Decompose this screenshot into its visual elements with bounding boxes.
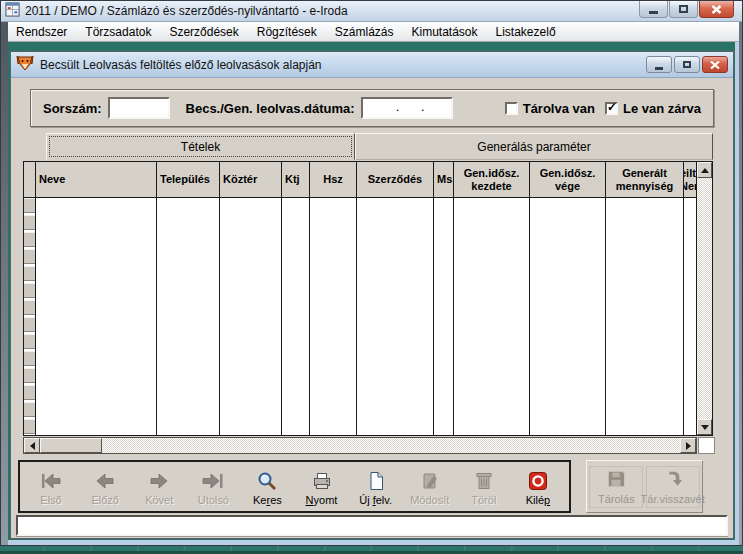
vfp-fox-icon (16, 55, 34, 75)
previous-record-icon (93, 468, 117, 494)
form-title: Becsült Leolvasás feltöltés előző leolva… (40, 58, 322, 72)
record-selector-column[interactable] (24, 198, 36, 435)
maximize-button[interactable] (669, 1, 698, 18)
scroll-right-button[interactable] (680, 438, 696, 453)
window-frame-left (1, 22, 8, 545)
form-restore-button[interactable] (674, 56, 700, 73)
minimize-icon (649, 11, 658, 14)
print-icon (311, 468, 333, 494)
last-record-icon (201, 468, 225, 494)
sorszam-label: Sorszám: (43, 101, 102, 116)
new-document-icon (365, 468, 387, 494)
col-header-telepules[interactable]: Település (157, 162, 220, 197)
delete-button[interactable]: Töröl (459, 468, 509, 506)
navigation-toolbar: Első Előző Követ Utolsó (18, 460, 571, 513)
store-undo-button[interactable]: Tár.visszavét (646, 466, 700, 508)
tab-tetelek[interactable]: Tételek (46, 133, 355, 160)
col-header-gen-idosz-kezdete[interactable]: Gen.idősz.kezdete (454, 162, 530, 197)
modify-icon (419, 468, 441, 494)
lezarva-checkbox[interactable] (605, 102, 618, 115)
horizontal-scroll-thumb[interactable] (40, 438, 102, 453)
form-titlebar[interactable]: Becsült Leolvasás feltöltés előző leolva… (11, 52, 733, 78)
app-window: 2011 / DEMO / Számlázó és szerződés-nyil… (0, 0, 743, 546)
desktop: 2011 / DEMO / Számlázó és szerződés-nyil… (0, 0, 743, 554)
col-header-generalt-mennyiseg[interactable]: Generáltmennyiség (606, 162, 684, 197)
grid-header-row: Neve Település Köztér Ktj Hsz Szerződés … (24, 162, 698, 198)
menu-torzsadatok[interactable]: Törzsadatok (76, 22, 160, 42)
col-header-kozter[interactable]: Köztér (220, 162, 282, 197)
exit-button[interactable]: Kilép (513, 468, 563, 506)
menu-listakezelo[interactable]: Listakezelő (487, 22, 565, 42)
arrow-down-icon (701, 425, 709, 430)
arrow-left-icon (30, 442, 35, 450)
col-header-selector (24, 162, 36, 197)
form-minimize-button[interactable] (646, 56, 672, 73)
datum-label: Becs./Gen. leolvas.dátuma: (186, 101, 355, 116)
message-bar (16, 515, 728, 536)
modify-button[interactable]: Módosít (405, 468, 455, 506)
tab-generalas-parameter[interactable]: Generálás paraméter (355, 133, 713, 160)
grid-body[interactable] (24, 198, 698, 435)
next-record-button[interactable]: Követ (134, 468, 184, 506)
last-record-button[interactable]: Utolsó (188, 468, 238, 506)
minimize-button[interactable] (639, 1, 668, 18)
menu-szerzodesek[interactable]: Szerződések (160, 22, 247, 42)
vertical-scrollbar[interactable] (696, 162, 712, 435)
scroll-left-button[interactable] (24, 438, 40, 453)
window-frame-right (739, 22, 742, 545)
search-icon (256, 468, 278, 494)
first-record-icon (39, 468, 63, 494)
form-close-icon (710, 61, 720, 69)
tarolva-checkbox[interactable] (505, 102, 518, 115)
scrollbar-corner (698, 437, 715, 454)
next-record-icon (147, 468, 171, 494)
app-titlebar[interactable]: 2011 / DEMO / Számlázó és szerződés-nyil… (1, 1, 742, 22)
search-button[interactable]: Keres (242, 468, 292, 506)
col-header-gen-idosz-vege[interactable]: Gen.idősz.vége (530, 162, 606, 197)
menu-szamlazas[interactable]: Számlázás (326, 22, 403, 42)
form-minimize-icon (655, 67, 663, 70)
form-close-button[interactable] (702, 56, 728, 73)
exit-icon (527, 468, 549, 494)
save-icon (606, 469, 626, 493)
col-header-szerzodes[interactable]: Szerződés (357, 162, 434, 197)
close-icon (711, 5, 722, 14)
datum-input[interactable]: . . (361, 97, 453, 119)
col-header-ktj[interactable]: Ktj (282, 162, 310, 197)
app-icon (5, 2, 20, 21)
tab-strip: Tételek Generálás paraméter (46, 133, 713, 160)
arrow-right-icon (686, 442, 691, 450)
print-button[interactable]: Nyomt (297, 468, 347, 506)
col-header-neve[interactable]: Neve (36, 162, 157, 197)
scroll-up-button[interactable] (697, 162, 712, 178)
undo-store-icon (663, 469, 683, 493)
close-button[interactable] (699, 1, 734, 18)
menu-rogzitesek[interactable]: Rögzítések (248, 22, 326, 42)
app-title: 2011 / DEMO / Számlázó és szerződés-nyil… (25, 4, 348, 18)
new-record-button[interactable]: Új felv. (351, 468, 401, 506)
first-record-button[interactable]: Első (26, 468, 76, 506)
delete-icon (473, 468, 495, 494)
menubar: Rendszer Törzsadatok Szerződések Rögzíté… (2, 22, 741, 42)
sorszam-input[interactable] (108, 97, 170, 119)
maximize-icon (679, 5, 688, 13)
form-content: Sorszám: Becs./Gen. leolvas.dátuma: . . … (11, 78, 733, 538)
col-header-hsz[interactable]: Hsz (310, 162, 357, 197)
horizontal-scroll-track[interactable] (102, 438, 680, 453)
horizontal-scrollbar[interactable] (23, 437, 697, 454)
arrow-up-icon (701, 168, 709, 173)
form-restore-icon (683, 61, 691, 68)
store-button[interactable]: Tárolás (589, 466, 643, 508)
store-toolbar: Tárolás Tár.visszavét (586, 460, 703, 513)
menu-rendszer[interactable]: Rendszer (7, 22, 76, 42)
scroll-down-button[interactable] (697, 419, 712, 435)
vertical-scroll-track[interactable] (697, 178, 712, 419)
col-header-ms[interactable]: Ms (434, 162, 454, 197)
lezarva-label: Le van zárva (623, 101, 701, 116)
fields-panel: Sorszám: Becs./Gen. leolvas.dátuma: . . … (30, 89, 714, 127)
menu-kimutatasok[interactable]: Kimutatások (402, 22, 486, 42)
previous-record-button[interactable]: Előző (80, 468, 130, 506)
items-grid: Neve Település Köztér Ktj Hsz Szerződés … (23, 161, 713, 436)
form-window: Becsült Leolvasás feltöltés előző leolva… (10, 51, 734, 539)
mdi-client-area: Becsült Leolvasás feltöltés előző leolva… (8, 42, 735, 540)
